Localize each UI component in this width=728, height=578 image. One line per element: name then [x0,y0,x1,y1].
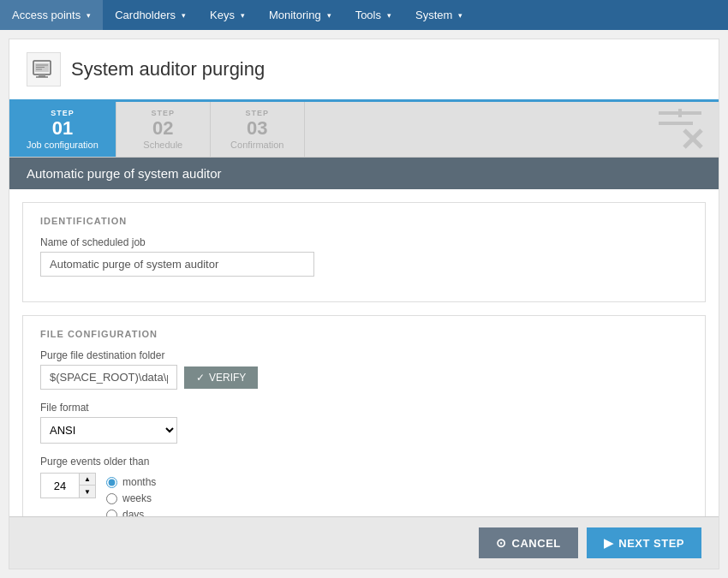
older-input-wrap: ▲ ▼ months weeks [40,473,688,516]
step-02-number: 02 [152,117,173,140]
nav-system-arrow: ▾ [458,11,462,20]
folder-group: Purge file destination folder ✓ VERIFY [40,349,688,390]
period-days[interactable]: days [106,509,156,516]
format-group: File format ANSI UTF-8 Unicode [40,402,688,444]
folder-input-group: ✓ VERIFY [40,365,688,390]
page-title: System auditor purging [71,58,265,80]
step-03-label: STEP [246,109,270,117]
nav-keys-arrow: ▾ [241,11,245,20]
page-header: System auditor purging [9,39,719,102]
period-days-label: days [122,509,144,516]
period-days-radio[interactable] [106,509,117,516]
period-weeks-radio[interactable] [106,493,117,504]
identification-header: IDENTIFICATION [40,216,688,226]
file-config-section: FILE CONFIGURATION Purge file destinatio… [22,315,706,516]
nav-access-points-arrow: ▾ [87,11,91,20]
page-icon [27,52,61,86]
period-weeks[interactable]: weeks [106,492,156,504]
cancel-button[interactable]: ⊙ CANCEL [479,527,578,558]
period-weeks-label: weeks [122,492,152,504]
nav-cardholders-arrow: ▾ [182,11,186,20]
nav-monitoring[interactable]: Monitoring ▾ [257,0,343,30]
older-label: Purge events older than [40,456,688,468]
checkmark-icon: ✓ [196,372,205,384]
name-group: Name of scheduled job [40,236,688,277]
footer: ⊙ CANCEL ▶ NEXT STEP [9,516,719,569]
step-02-name: Schedule [143,140,182,150]
step-01-name: Job configuration [27,140,98,150]
step-01-label: STEP [51,109,75,117]
nav-keys-label: Keys [210,9,235,21]
steps-bar: STEP 01 Job configuration STEP 02 Schedu… [9,102,719,158]
next-step-label: NEXT STEP [618,537,684,550]
nav-tools-label: Tools [355,9,381,21]
nav-monitoring-label: Monitoring [269,9,321,21]
nav-access-points-label: Access points [12,9,81,21]
period-months-label: months [122,476,156,488]
content-scroll[interactable]: IDENTIFICATION Name of scheduled job FIL… [9,189,719,516]
format-label: File format [40,402,688,414]
step-01-number: 01 [52,117,73,140]
name-label: Name of scheduled job [40,236,688,248]
step-02[interactable]: STEP 02 Schedule [116,102,211,157]
page-container: System auditor purging STEP 01 Job confi… [9,39,719,569]
nav-system[interactable]: System ▾ [403,0,474,30]
period-months[interactable]: months [106,476,156,488]
format-select[interactable]: ANSI UTF-8 Unicode [40,417,177,444]
older-value-input[interactable] [41,474,80,498]
verify-button[interactable]: ✓ VERIFY [184,366,258,389]
step-03-name: Confirmation [230,140,283,150]
identification-section: IDENTIFICATION Name of scheduled job [22,202,706,302]
nav-keys[interactable]: Keys ▾ [198,0,257,30]
step-03[interactable]: STEP 03 Confirmation [211,102,305,157]
folder-label: Purge file destination folder [40,349,688,361]
nav-system-label: System [415,9,452,21]
cancel-label: CANCEL [512,537,561,550]
cancel-icon: ⊙ [496,536,507,550]
step-02-label: STEP [152,109,176,117]
nav-access-points[interactable]: Access points ▾ [0,0,103,30]
step-03-number: 03 [247,117,267,140]
spinner-combined: ▲ ▼ [40,473,96,498]
older-group: Purge events older than ▲ ▼ months [40,456,688,516]
next-arrow-icon: ▶ [604,536,614,550]
nav-cardholders[interactable]: Cardholders ▾ [103,0,198,30]
step-01[interactable]: STEP 01 Job configuration [9,102,116,157]
name-input[interactable] [40,252,314,277]
next-step-button[interactable]: ▶ NEXT STEP [587,527,701,558]
spinner-up-button[interactable]: ▲ [80,474,95,486]
top-navigation: Access points ▾ Cardholders ▾ Keys ▾ Mon… [0,0,728,30]
folder-input[interactable] [40,365,177,390]
nav-tools-arrow: ▾ [387,11,391,20]
nav-monitoring-arrow: ▾ [327,11,331,20]
verify-label: VERIFY [209,372,246,384]
period-months-radio[interactable] [106,477,117,488]
spinner-down-button[interactable]: ▼ [80,486,95,498]
file-config-header: FILE CONFIGURATION [40,329,688,339]
nav-cardholders-label: Cardholders [115,9,176,21]
nav-tools[interactable]: Tools ▾ [343,0,403,30]
period-radio-group: months weeks days [106,476,156,516]
spinner-arrows: ▲ ▼ [80,474,95,498]
section-title: Automatic purge of system auditor [27,166,222,181]
section-title-bar: Automatic purge of system auditor [9,158,719,189]
